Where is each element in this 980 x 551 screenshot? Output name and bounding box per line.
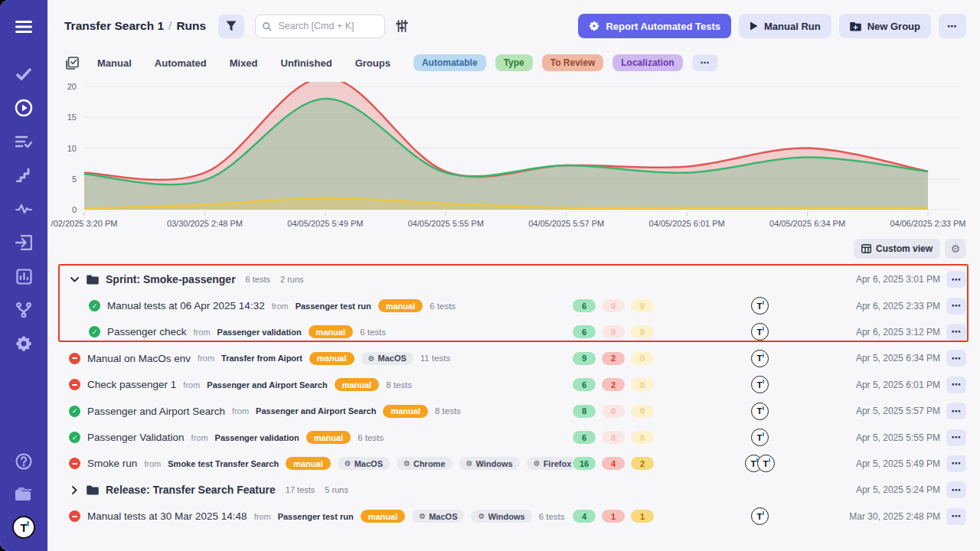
new-folder-icon — [850, 21, 861, 31]
row-more-button[interactable]: ⋯ — [946, 508, 966, 525]
projects-icon[interactable] — [11, 482, 37, 505]
test-cases-icon[interactable] — [11, 63, 37, 86]
run-row[interactable]: Check passenger 1 from Passenger and Air… — [47, 372, 980, 398]
run-title[interactable]: Passenger and Airport Search — [87, 406, 225, 417]
runs-icon-active[interactable] — [11, 96, 37, 119]
help-icon[interactable] — [11, 450, 37, 473]
from-label: from — [272, 302, 289, 311]
row-more-button[interactable]: ⋯ — [946, 271, 966, 288]
run-title[interactable]: Passenger check — [107, 326, 187, 337]
filter-button[interactable] — [218, 15, 244, 38]
select-all-icon[interactable] — [66, 57, 79, 70]
tab-groups[interactable]: Groups — [355, 57, 390, 69]
sidebar-bottom: T — [11, 441, 37, 539]
tag-type[interactable]: Type — [495, 54, 533, 71]
tags-more-button[interactable]: ⋯ — [692, 54, 718, 71]
custom-view-button[interactable]: Custom view — [854, 239, 940, 259]
run-source[interactable]: Passenger validation — [217, 328, 302, 337]
run-row[interactable]: Manual tests at 30 Mar 2025 14:48 from P… — [47, 504, 980, 530]
test-plans-icon[interactable] — [11, 130, 37, 153]
avatar[interactable]: T — [751, 376, 769, 393]
group-row[interactable]: Sprint: Smoke-passenger 6 tests 2 runs A… — [47, 266, 980, 292]
row-more-button[interactable]: ⋯ — [946, 403, 966, 419]
menu-icon[interactable] — [11, 15, 37, 38]
run-source[interactable]: Transfer from Aiport — [221, 354, 302, 363]
folder-icon — [87, 275, 99, 285]
run-source[interactable]: Passenger and Airport Search — [256, 406, 376, 416]
settings-icon[interactable] — [11, 332, 37, 355]
tab-unfinished[interactable]: Unfinished — [281, 57, 332, 69]
avatar[interactable]: T — [751, 323, 769, 341]
app-window: T Transfer Search 1/Runs Repor — [0, 0, 980, 551]
tag-localization[interactable]: Localization — [612, 54, 682, 71]
status-failed-icon — [69, 458, 80, 469]
adjustments-icon[interactable] — [391, 15, 413, 37]
run-source[interactable]: Passenger test run — [278, 512, 354, 521]
run-title[interactable]: Manual tests at 06 Apr 2025 14:32 — [107, 300, 265, 311]
group-runs-count: 5 runs — [325, 485, 348, 494]
run-title[interactable]: Check passenger 1 — [87, 379, 176, 390]
run-row[interactable]: ✓ Passenger check from Passenger validat… — [47, 319, 980, 345]
group-title[interactable]: Sprint: Smoke-passenger — [106, 273, 236, 285]
workspace-logo[interactable]: T — [11, 516, 37, 539]
run-source[interactable]: Passenger and Airport Search — [207, 380, 327, 390]
chevron-right-icon[interactable] — [69, 486, 80, 494]
manual-run-button[interactable]: Manual Run — [739, 14, 831, 38]
row-more-button[interactable]: ⋯ — [946, 429, 966, 446]
tab-automated[interactable]: Automated — [155, 57, 207, 69]
project-name[interactable]: Transfer Search 1 — [64, 19, 164, 32]
search-icon — [263, 21, 271, 31]
search-box[interactable] — [255, 15, 385, 38]
tab-mixed[interactable]: Mixed — [230, 57, 258, 69]
row-more-button[interactable]: ⋯ — [946, 298, 966, 315]
header-more-button[interactable]: ⋯ — [939, 14, 966, 38]
avatar[interactable]: T — [751, 403, 769, 420]
row-more-button[interactable]: ⋯ — [946, 350, 966, 367]
view-settings-icon[interactable]: ⚙ — [945, 239, 966, 259]
from-label: from — [194, 328, 211, 337]
row-more-button[interactable]: ⋯ — [946, 324, 966, 341]
search-input[interactable] — [277, 20, 378, 32]
chevron-down-icon[interactable] — [69, 277, 80, 282]
run-source[interactable]: Passenger validation — [215, 433, 299, 442]
import-icon[interactable] — [11, 231, 37, 254]
row-more-button[interactable]: ⋯ — [946, 455, 966, 472]
tag-automatable[interactable]: Automatable — [413, 54, 486, 71]
gear-icon: ⚙ — [534, 459, 541, 468]
passed-badge: 6 — [573, 378, 596, 391]
svg-text:5: 5 — [72, 174, 77, 184]
run-title[interactable]: Smoke run — [87, 458, 137, 469]
run-row[interactable]: ✓ Passenger Validation from Passenger va… — [47, 424, 980, 450]
row-more-button[interactable]: ⋯ — [946, 481, 966, 498]
avatar[interactable]: T — [751, 350, 769, 367]
group-title[interactable]: Release: Transfer Search Feature — [106, 484, 276, 496]
run-row[interactable]: ✓ Passenger and Airport Search from Pass… — [47, 398, 980, 424]
run-source[interactable]: Smoke test Transfer Search — [168, 459, 279, 468]
avatar[interactable]: T — [751, 297, 769, 315]
row-more-button[interactable]: ⋯ — [946, 377, 966, 393]
run-title[interactable]: Passenger Validation — [87, 432, 185, 443]
activity-icon[interactable] — [11, 197, 37, 220]
skipped-badge: 0 — [631, 325, 654, 338]
run-title[interactable]: Manual tests at 30 Mar 2025 14:48 — [87, 510, 247, 522]
skipped-badge: 1 — [631, 510, 654, 523]
analytics-icon[interactable] — [11, 265, 37, 288]
run-title[interactable]: Manual on MacOs env — [87, 353, 191, 364]
avatar[interactable]: T — [751, 429, 769, 446]
branch-icon[interactable] — [11, 298, 37, 321]
run-row[interactable]: Smoke run from Smoke test Transfer Searc… — [47, 451, 980, 477]
manual-tag: manual — [306, 431, 351, 444]
tab-manual[interactable]: Manual — [97, 57, 132, 69]
run-row[interactable]: ✓ Manual tests at 06 Apr 2025 14:32 from… — [47, 292, 980, 318]
manual-tag: manual — [378, 299, 423, 312]
group-row[interactable]: Release: Transfer Search Feature 17 test… — [47, 477, 980, 503]
report-automated-tests-button[interactable]: Report Automated Tests — [578, 14, 731, 38]
avatar[interactable]: T — [757, 455, 775, 472]
run-row[interactable]: Manual on MacOs env from Transfer from A… — [47, 345, 980, 371]
new-group-button[interactable]: New Group — [839, 14, 931, 38]
tag-to-review[interactable]: To Review — [542, 54, 603, 71]
avatar[interactable]: T — [751, 507, 769, 525]
svg-text:04/05/2025 5:55 PM: 04/05/2025 5:55 PM — [408, 219, 484, 228]
milestones-icon[interactable] — [11, 164, 37, 187]
run-source[interactable]: Passenger test run — [296, 302, 371, 311]
